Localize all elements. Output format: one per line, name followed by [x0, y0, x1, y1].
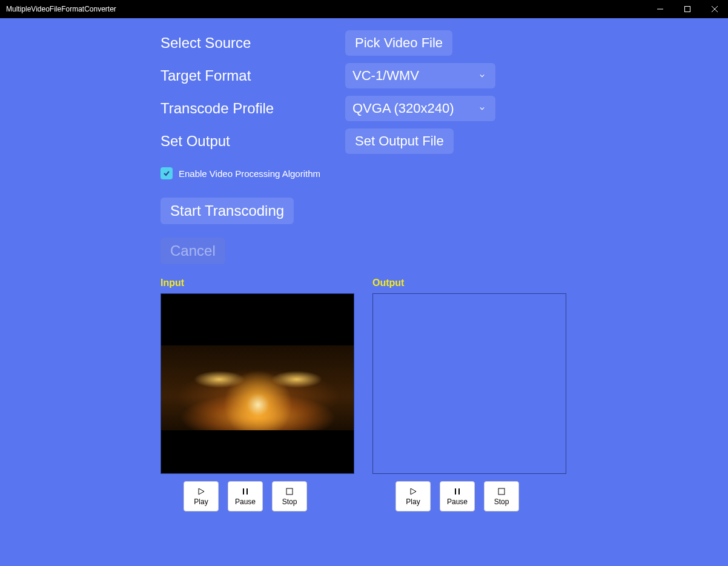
pause-icon	[241, 487, 250, 496]
preview-section: Input Play Pause Stop Output	[160, 278, 728, 511]
output-preview-column: Output Play Pause Stop	[372, 278, 566, 511]
transcode-profile-row: Transcode Profile QVGA (320x240)	[160, 96, 728, 121]
start-transcoding-button[interactable]: Start Transcoding	[160, 198, 294, 224]
output-preview-label: Output	[372, 278, 566, 288]
video-frame-thumbnail	[161, 345, 354, 430]
input-media-controls: Play Pause Stop	[160, 481, 354, 511]
chevron-down-icon	[476, 102, 488, 115]
window-title: MultipleVideoFileFormatConverter	[6, 5, 116, 13]
select-source-row: Select Source Pick Video File	[160, 30, 728, 56]
input-play-button[interactable]: Play	[184, 481, 219, 511]
pause-icon	[453, 487, 462, 496]
input-stop-button[interactable]: Stop	[272, 481, 307, 511]
stop-icon	[285, 487, 294, 496]
chevron-down-icon	[476, 70, 488, 82]
transcode-profile-value: QVGA (320x240)	[352, 101, 454, 116]
output-video-preview	[372, 293, 566, 474]
minimize-button[interactable]	[646, 0, 673, 18]
transcode-profile-label: Transcode Profile	[160, 100, 345, 117]
output-media-controls: Play Pause Stop	[372, 481, 566, 511]
target-format-row: Target Format VC-1/WMV	[160, 63, 728, 88]
maximize-button[interactable]	[673, 0, 701, 18]
target-format-value: VC-1/WMV	[352, 68, 419, 84]
transcode-profile-select[interactable]: QVGA (320x240)	[345, 96, 495, 121]
output-pause-button[interactable]: Pause	[440, 481, 475, 511]
target-format-select[interactable]: VC-1/WMV	[345, 63, 495, 88]
svg-rect-1	[286, 488, 293, 494]
target-format-label: Target Format	[160, 67, 345, 84]
main-content: Select Source Pick Video File Target For…	[0, 18, 728, 511]
titlebar: MultipleVideoFileFormatConverter	[0, 0, 728, 18]
close-button[interactable]	[701, 0, 728, 18]
stop-icon	[497, 487, 506, 496]
set-output-row: Set Output Set Output File	[160, 128, 728, 154]
cancel-button[interactable]: Cancel	[160, 238, 225, 264]
output-stop-button[interactable]: Stop	[484, 481, 519, 511]
play-icon	[197, 487, 205, 496]
enable-algorithm-row: Enable Video Processing Algorithm	[160, 167, 728, 179]
select-source-label: Select Source	[160, 35, 345, 52]
input-preview-label: Input	[160, 278, 354, 288]
window-controls	[646, 0, 728, 18]
set-output-label: Set Output	[160, 133, 345, 150]
enable-algorithm-label: Enable Video Processing Algorithm	[179, 168, 320, 179]
input-video-preview	[160, 293, 354, 474]
output-play-button[interactable]: Play	[395, 481, 431, 511]
svg-rect-0	[684, 7, 690, 12]
set-output-file-button[interactable]: Set Output File	[345, 128, 454, 154]
svg-rect-2	[498, 488, 505, 494]
enable-algorithm-checkbox[interactable]	[160, 167, 173, 179]
play-icon	[409, 487, 417, 496]
pick-video-file-button[interactable]: Pick Video File	[345, 30, 452, 56]
input-pause-button[interactable]: Pause	[228, 481, 263, 511]
input-preview-column: Input Play Pause Stop	[160, 278, 354, 511]
